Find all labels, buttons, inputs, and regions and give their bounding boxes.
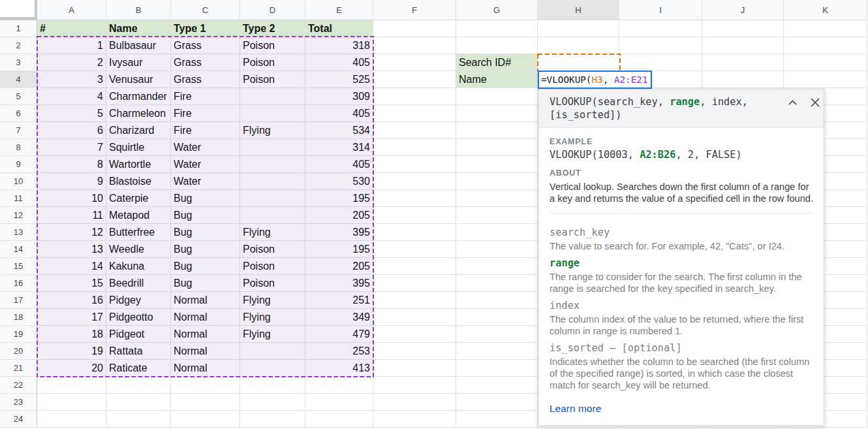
row-header-6[interactable]: 6 [0,105,37,122]
cell-F4[interactable] [373,71,456,88]
cell-I3[interactable] [619,54,702,71]
cell-D13[interactable]: Flying [240,224,305,241]
cell-G6[interactable] [456,105,538,122]
cell-B7[interactable]: Charizard [106,122,171,139]
cell-F5[interactable] [373,88,456,105]
select-all-corner[interactable] [0,0,37,20]
row-header-3[interactable]: 3 [0,54,37,71]
row-header-1[interactable]: 1 [0,20,37,37]
cell-G23[interactable] [456,394,538,411]
cell-E3[interactable]: 405 [305,54,373,71]
cell-B16[interactable]: Beedrill [106,275,171,292]
cell-D18[interactable]: Flying [240,309,305,326]
cell-J3[interactable] [702,54,784,71]
cell-K4[interactable] [784,71,867,88]
cell-F19[interactable] [373,326,456,343]
cell-B3[interactable]: Ivysaur [106,54,171,71]
cell-G15[interactable] [456,258,538,275]
cell-C4[interactable]: Grass [171,71,240,88]
cell-C3[interactable]: Grass [171,54,240,71]
cell-B6[interactable]: Charmeleon [106,105,171,122]
row-header-13[interactable]: 13 [0,224,37,241]
cell-F3[interactable] [373,54,456,71]
cell-C9[interactable]: Water [171,156,240,173]
cell-B2[interactable]: Bulbasaur [106,37,171,54]
cell-G19[interactable] [456,326,538,343]
cell-D11[interactable] [240,190,305,207]
cell-E13[interactable]: 395 [305,224,373,241]
cell-D3[interactable]: Poison [240,54,305,71]
cell-F13[interactable] [373,224,456,241]
cell-C13[interactable]: Bug [171,224,240,241]
learn-more-link[interactable]: Learn more [550,403,601,415]
cell-A3[interactable]: 2 [37,54,106,71]
cell-C5[interactable]: Fire [171,88,240,105]
cell-B13[interactable]: Butterfree [106,224,171,241]
cell-F20[interactable] [373,343,456,360]
cell-C12[interactable]: Bug [171,207,240,224]
cell-H3[interactable] [538,54,619,71]
cell-E20[interactable]: 253 [305,343,373,360]
cell-E15[interactable]: 205 [305,258,373,275]
cell-D19[interactable]: Flying [240,326,305,343]
cell-D15[interactable]: Poison [240,258,305,275]
cell-J2[interactable] [702,37,784,54]
cell-E5[interactable]: 309 [305,88,373,105]
cell-B4[interactable]: Venusaur [106,71,171,88]
row-header-17[interactable]: 17 [0,292,37,309]
cell-A7[interactable]: 6 [37,122,106,139]
cell-C14[interactable]: Bug [171,241,240,258]
cell-B12[interactable]: Metapod [106,207,171,224]
cell-C11[interactable]: Bug [171,190,240,207]
row-header-11[interactable]: 11 [0,190,37,207]
row-header-16[interactable]: 16 [0,275,37,292]
cell-F18[interactable] [373,309,456,326]
cell-F8[interactable] [373,139,456,156]
cell-A15[interactable]: 14 [37,258,106,275]
row-header-20[interactable]: 20 [0,343,37,360]
cell-F15[interactable] [373,258,456,275]
cell-E19[interactable]: 479 [305,326,373,343]
cell-B18[interactable]: Pidgeotto [106,309,171,326]
cell-D1[interactable]: Type 2 [240,20,305,37]
cell-I1[interactable] [619,20,702,37]
cell-E10[interactable]: 530 [305,173,373,190]
cell-C8[interactable]: Water [171,139,240,156]
column-header-H[interactable]: H [538,0,619,20]
cell-E16[interactable]: 395 [305,275,373,292]
row-header-21[interactable]: 21 [0,360,37,377]
cell-A5[interactable]: 4 [37,88,106,105]
row-header-9[interactable]: 9 [0,156,37,173]
row-header-18[interactable]: 18 [0,309,37,326]
row-header-12[interactable]: 12 [0,207,37,224]
column-header-G[interactable]: G [456,0,538,20]
cell-F21[interactable] [373,360,456,377]
column-header-B[interactable]: B [106,0,171,20]
cell-F7[interactable] [373,122,456,139]
cell-F2[interactable] [373,37,456,54]
row-header-24[interactable]: 24 [0,411,37,428]
cell-G18[interactable] [456,309,538,326]
cell-B5[interactable]: Charmander [106,88,171,105]
column-header-E[interactable]: E [305,0,373,20]
cell-G2[interactable] [456,37,538,54]
cell-K2[interactable] [784,37,867,54]
cell-D16[interactable]: Poison [240,275,305,292]
cell-E21[interactable]: 413 [305,360,373,377]
column-header-C[interactable]: C [171,0,240,20]
cell-A6[interactable]: 5 [37,105,106,122]
cell-A9[interactable]: 8 [37,156,106,173]
cell-B8[interactable]: Squirtle [106,139,171,156]
row-header-19[interactable]: 19 [0,326,37,343]
cell-C16[interactable]: Bug [171,275,240,292]
cell-C23[interactable] [171,394,240,411]
cell-B11[interactable]: Caterpie [106,190,171,207]
cell-E24[interactable] [305,411,373,428]
cell-G16[interactable] [456,275,538,292]
row-header-8[interactable]: 8 [0,139,37,156]
cell-C6[interactable]: Fire [171,105,240,122]
cell-C21[interactable]: Normal [171,360,240,377]
cell-D2[interactable]: Poison [240,37,305,54]
cell-E2[interactable]: 318 [305,37,373,54]
cell-G11[interactable] [456,190,538,207]
